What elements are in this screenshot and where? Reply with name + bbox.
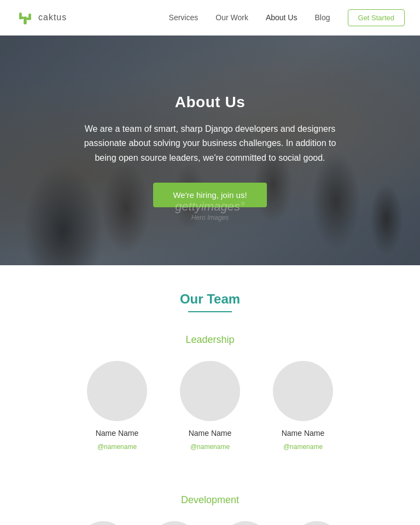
member-name: Name Name (282, 429, 325, 438)
development-group: Development Name Name @namename Name Nam… (0, 494, 420, 525)
member-name: Name Name (96, 429, 139, 438)
hero-section: About Us We are a team of smart, sharp D… (0, 36, 420, 265)
list-item: Name Name @namename (87, 361, 147, 451)
nav-services[interactable]: Services (169, 13, 199, 22)
list-item: Name Name @namename (221, 521, 270, 525)
getty-text: gettyimages° (175, 200, 244, 214)
svg-rect-5 (19, 18, 24, 19)
list-item: Name Name @namename (273, 361, 333, 451)
caktus-logo-icon (15, 8, 35, 27)
member-handle: @namename (190, 443, 230, 451)
nav-about-us[interactable]: About Us (266, 13, 298, 22)
getty-sub: Hero Images (175, 214, 244, 221)
development-grid: Name Name @namename Name Name @namename … (22, 521, 398, 525)
avatar (221, 521, 270, 525)
navbar: caktus Services Our Work About Us Blog G… (0, 0, 420, 36)
avatar (273, 361, 333, 421)
development-title: Development (22, 494, 398, 506)
team-section-title: Our Team (22, 291, 398, 307)
avatar (150, 521, 199, 525)
list-item: Name Name @namename (292, 521, 341, 525)
member-handle: @namename (97, 443, 137, 451)
hero-content: About Us We are a team of smart, sharp D… (62, 94, 358, 207)
get-started-button[interactable]: Get Started (348, 9, 405, 26)
section-underline (188, 311, 232, 312)
svg-rect-6 (27, 19, 31, 20)
nav-links: Services Our Work About Us Blog Get Star… (169, 9, 405, 26)
leadership-title: Leadership (22, 334, 398, 346)
logo[interactable]: caktus (15, 8, 67, 27)
our-team-section: Our Team Leadership Name Name @namename … (0, 265, 420, 494)
list-item: Name Name @namename (180, 361, 240, 451)
leadership-group: Leadership Name Name @namename Name Name… (22, 334, 398, 451)
getty-watermark: gettyimages° Hero Images (175, 200, 244, 221)
avatar (292, 521, 341, 525)
member-name: Name Name (189, 429, 232, 438)
svg-rect-0 (24, 16, 26, 24)
brand-name: caktus (38, 13, 67, 22)
leadership-grid: Name Name @namename Name Name @namename … (22, 361, 398, 451)
avatar (180, 361, 240, 421)
nav-our-work[interactable]: Our Work (215, 13, 248, 22)
avatar (87, 361, 147, 421)
member-handle: @namename (283, 443, 323, 451)
hero-title: About Us (73, 94, 347, 111)
list-item: Name Name @namename (79, 521, 128, 525)
avatar (79, 521, 128, 525)
nav-blog[interactable]: Blog (314, 13, 330, 22)
list-item: Name Name @namename (150, 521, 199, 525)
hero-description: We are a team of smart, sharp Django dev… (73, 122, 347, 165)
